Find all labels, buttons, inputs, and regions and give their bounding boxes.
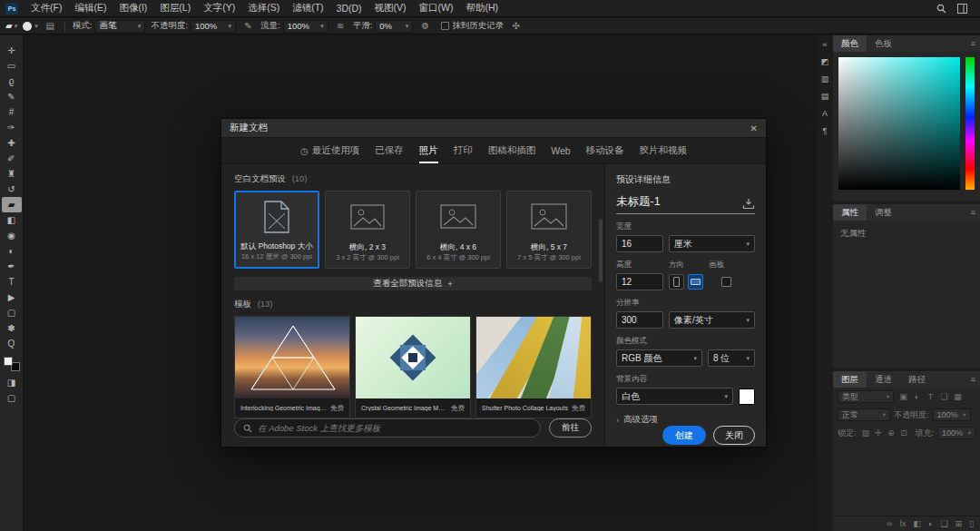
tool-eraser[interactable]: ▰	[2, 197, 22, 212]
tool-pen[interactable]: ✒	[2, 259, 22, 274]
tool-blur[interactable]: ◉	[2, 228, 22, 243]
artboard-checkbox[interactable]	[721, 277, 731, 287]
pressure-opacity-icon[interactable]: ✎	[241, 20, 255, 33]
brush-settings-panel-icon[interactable]: ▤	[44, 20, 57, 33]
lock-icon[interactable]: ⊡	[898, 428, 910, 439]
current-tool-icon[interactable]: ▰ ▾	[5, 21, 17, 31]
panel-menu-icon[interactable]: ≡	[971, 375, 975, 384]
tool-screen-mode[interactable]: ▢	[2, 390, 22, 406]
tool-dodge[interactable]: ◐	[2, 243, 22, 259]
dock-icon-color-picker[interactable]: ◩	[821, 57, 829, 66]
mode-select[interactable]: 画笔 ▾	[94, 20, 145, 33]
close-button[interactable]: 关闭	[713, 426, 755, 445]
background-color-swatch[interactable]	[739, 388, 755, 405]
smoothing-select[interactable]: 0% ▾	[375, 20, 413, 33]
tool-clone-stamp[interactable]: ♜	[2, 166, 22, 182]
lock-icon[interactable]: ⊕	[886, 428, 897, 439]
menu-item[interactable]: 帮助(H)	[460, 0, 505, 16]
hue-slider[interactable]	[965, 57, 975, 190]
width-input[interactable]	[616, 235, 663, 252]
close-icon[interactable]: ✕	[750, 123, 758, 133]
preset-card-default[interactable]: 默认 Photoshop 大小 16 x 12 厘米 @ 300 ppi	[234, 191, 319, 269]
brush-preset-picker[interactable]: ▾	[23, 22, 38, 31]
adobe-stock-search[interactable]	[234, 418, 541, 438]
dock-icon-character[interactable]: A	[822, 109, 828, 118]
foreground-color-swatch[interactable]	[4, 357, 13, 366]
menu-item[interactable]: 滤镜(T)	[286, 0, 329, 16]
tool-brush[interactable]: ✐	[2, 151, 22, 166]
layers-footer-icon[interactable]: ⊞	[956, 519, 963, 528]
view-all-presets-button[interactable]: 查看全部预设信息 +	[234, 277, 592, 290]
tab-art-illustration[interactable]: 图稿和插图	[488, 138, 536, 163]
create-button[interactable]: 创建	[662, 426, 706, 445]
layer-filter-icon[interactable]: ▦	[952, 391, 964, 403]
menu-item[interactable]: 图像(I)	[113, 0, 153, 16]
layers-footer-icon[interactable]: ◧	[913, 519, 921, 528]
orientation-portrait-button[interactable]	[669, 274, 684, 290]
height-input[interactable]	[616, 273, 663, 290]
menu-item[interactable]: 视图(V)	[368, 0, 413, 16]
menu-item[interactable]: 3D(D)	[330, 0, 368, 16]
layer-filter-icon[interactable]: T	[925, 391, 936, 403]
menu-item[interactable]: 编辑(E)	[68, 0, 113, 16]
preset-card-landscape-2x3[interactable]: 横向, 2 x 3 3 x 2 英寸 @ 300 ppi	[325, 191, 410, 269]
fill-select[interactable]: 100% ▾	[937, 427, 975, 439]
menu-item[interactable]: 窗口(W)	[413, 0, 460, 16]
tab-recent[interactable]: ◷ 最近使用项	[300, 138, 359, 163]
dock-icon-collapse[interactable]: «	[822, 40, 827, 49]
tab-layers[interactable]: 图层	[833, 371, 867, 388]
tab-web[interactable]: Web	[551, 138, 570, 163]
background-select[interactable]: 白色 ▾	[616, 388, 733, 405]
orientation-landscape-button[interactable]	[688, 274, 703, 290]
tab-paths[interactable]: 路径	[900, 371, 934, 388]
preset-card-landscape-5x7[interactable]: 横向, 5 x 7 7 x 5 英寸 @ 300 ppi	[506, 191, 592, 269]
workspace-switcher-icon[interactable]	[957, 4, 967, 14]
tool-crop[interactable]: #	[2, 104, 22, 120]
layers-footer-icon[interactable]: fx	[899, 519, 906, 528]
tab-swatches[interactable]: 色板	[867, 35, 900, 52]
layers-footer-icon[interactable]: ▯	[969, 519, 974, 528]
tool-type[interactable]: T	[2, 274, 22, 290]
layers-footer-icon[interactable]: ∞	[887, 519, 892, 528]
tool-history-brush[interactable]: ↺	[2, 182, 22, 197]
tool-lasso[interactable]: ϱ	[2, 74, 22, 89]
lock-icon[interactable]: ▨	[860, 428, 872, 439]
lock-icon[interactable]: ✛	[873, 428, 885, 439]
tab-color[interactable]: 颜色	[833, 35, 867, 52]
blend-mode-select[interactable]: 正常 ▾	[838, 408, 890, 421]
tool-shape[interactable]: ▢	[2, 305, 22, 320]
stock-search-input[interactable]	[258, 423, 532, 433]
tab-photo[interactable]: 照片	[419, 138, 438, 163]
layers-footer-icon[interactable]: ◐	[928, 519, 933, 528]
advanced-options-toggle[interactable]: › 高级选项	[616, 414, 755, 426]
tool-zoom[interactable]: Q	[2, 336, 22, 351]
tab-properties[interactable]: 属性	[833, 204, 867, 221]
tab-film-video[interactable]: 胶片和视频	[640, 138, 688, 163]
document-name-field[interactable]: 未标题-1	[616, 194, 735, 210]
template-card-interlocking-geometric[interactable]: Interlocking Geometric Image M... 免费	[234, 316, 350, 418]
tool-eyedropper[interactable]: ✑	[2, 120, 22, 135]
menu-item[interactable]: 选择(S)	[241, 0, 286, 16]
color-mode-select[interactable]: RGB 颜色 ▾	[616, 349, 702, 367]
tool-spot-healing[interactable]: ✚	[2, 135, 22, 151]
layer-filter-icon[interactable]: ◐	[911, 391, 923, 403]
layers-footer-icon[interactable]: ❑	[940, 519, 947, 528]
go-button[interactable]: 前往	[549, 418, 592, 438]
tab-saved[interactable]: 已保存	[375, 138, 404, 163]
menu-item[interactable]: 文件(F)	[24, 0, 68, 16]
layer-filter-icon[interactable]: ❏	[938, 391, 950, 403]
panel-menu-icon[interactable]: ≡	[971, 208, 975, 217]
tab-print[interactable]: 打印	[454, 138, 473, 163]
symmetry-icon[interactable]: ✣	[509, 20, 523, 33]
tab-mobile[interactable]: 移动设备	[586, 138, 624, 163]
template-card-shutter-collage[interactable]: Shutter Photo Collage Layouts 免费	[475, 316, 592, 418]
tool-marquee[interactable]: ▭	[2, 58, 22, 74]
tool-hand[interactable]: ✽	[2, 320, 22, 336]
gear-icon[interactable]: ⚙	[418, 20, 432, 33]
save-preset-icon[interactable]	[742, 198, 755, 210]
menu-item[interactable]: 图层(L)	[153, 0, 197, 16]
dock-icon-info[interactable]: ▤	[821, 92, 829, 101]
search-icon[interactable]	[936, 4, 946, 14]
resolution-input[interactable]	[616, 311, 663, 329]
opacity-select[interactable]: 100% ▾	[191, 20, 236, 33]
